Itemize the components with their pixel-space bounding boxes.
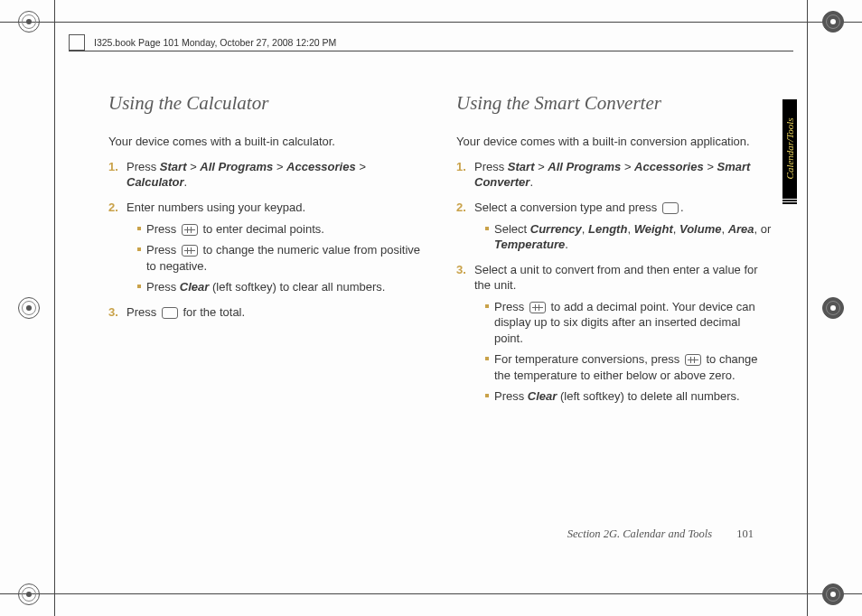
registration-mark-icon bbox=[822, 11, 844, 33]
step-item: 1. Press Start > All Programs > Accessor… bbox=[456, 159, 772, 191]
crop-line-bottom bbox=[0, 593, 862, 594]
heading-converter: Using the Smart Converter bbox=[456, 90, 772, 116]
step-number: 2. bbox=[108, 200, 118, 216]
page-body: Using the Calculator Your device comes w… bbox=[108, 90, 772, 553]
registration-mark-icon bbox=[18, 11, 40, 33]
right-column: Using the Smart Converter Your device co… bbox=[456, 90, 772, 553]
steps-list: 1. Press Start > All Programs > Accessor… bbox=[456, 159, 772, 405]
substep-item: For temperature conversions, press to ch… bbox=[485, 351, 772, 383]
step-item: 2. Enter numbers using your keypad. Pres… bbox=[108, 200, 424, 295]
crop-line-right bbox=[807, 0, 808, 616]
softkey-icon bbox=[162, 307, 178, 319]
softkey-icon bbox=[662, 202, 679, 214]
intro-text: Your device comes with a built-in calcul… bbox=[108, 134, 424, 150]
substeps-list: Press to add a decimal point. Your devic… bbox=[474, 299, 772, 405]
step-item: 2. Select a conversion type and press . … bbox=[456, 200, 772, 253]
substep-item: Press to change the numeric value from p… bbox=[137, 242, 424, 274]
registration-mark-icon bbox=[822, 583, 844, 605]
steps-list: 1. Press Start > All Programs > Accessor… bbox=[108, 159, 424, 320]
footer-section: Section 2G. Calendar and Tools bbox=[567, 527, 712, 540]
registration-mark-icon bbox=[18, 583, 40, 605]
book-header: I325.book Page 101 Monday, October 27, 2… bbox=[69, 34, 793, 49]
step-number: 3. bbox=[108, 304, 118, 321]
substep-item: Press to enter decimal points. bbox=[137, 221, 424, 238]
keypad-icon bbox=[182, 224, 198, 236]
keypad-icon bbox=[685, 354, 701, 366]
thumb-tab-stack bbox=[782, 197, 797, 205]
step-number: 3. bbox=[456, 262, 466, 278]
substep-item: Press Clear (left softkey) to delete all… bbox=[485, 388, 772, 405]
step-number: 2. bbox=[456, 200, 466, 216]
substeps-list: Select Currency, Length, Weight, Volume,… bbox=[474, 221, 772, 253]
substep-item: Press to add a decimal point. Your devic… bbox=[485, 299, 772, 347]
header-rule bbox=[69, 51, 793, 51]
intro-text: Your device comes with a built-in conver… bbox=[456, 134, 772, 150]
substep-item: Press Clear (left softkey) to clear all … bbox=[137, 279, 424, 295]
step-item: 3. Press for the total. bbox=[108, 304, 424, 321]
substeps-list: Press to enter decimal points. Press to … bbox=[126, 221, 424, 295]
left-column: Using the Calculator Your device comes w… bbox=[108, 90, 424, 553]
crop-line-left bbox=[54, 0, 55, 616]
registration-mark-icon bbox=[822, 297, 844, 319]
keypad-icon bbox=[182, 245, 198, 257]
thumb-tab-label: Calendar/Tools bbox=[783, 117, 797, 179]
page-footer: Section 2G. Calendar and Tools 101 bbox=[567, 527, 754, 542]
heading-calculator: Using the Calculator bbox=[108, 90, 424, 116]
step-number: 1. bbox=[108, 159, 118, 175]
step-item: 3. Select a unit to convert from and the… bbox=[456, 262, 772, 405]
substep-item: Select Currency, Length, Weight, Volume,… bbox=[485, 221, 772, 253]
footer-page-number: 101 bbox=[736, 527, 754, 540]
thumb-tab: Calendar/Tools bbox=[782, 99, 797, 197]
book-line-text: I325.book Page 101 Monday, October 27, 2… bbox=[94, 36, 336, 49]
step-item: 1. Press Start > All Programs > Accessor… bbox=[108, 159, 424, 191]
step-number: 1. bbox=[456, 159, 466, 175]
registration-mark-icon bbox=[18, 297, 40, 319]
keypad-icon bbox=[529, 302, 546, 313]
crop-line-top bbox=[0, 22, 862, 23]
